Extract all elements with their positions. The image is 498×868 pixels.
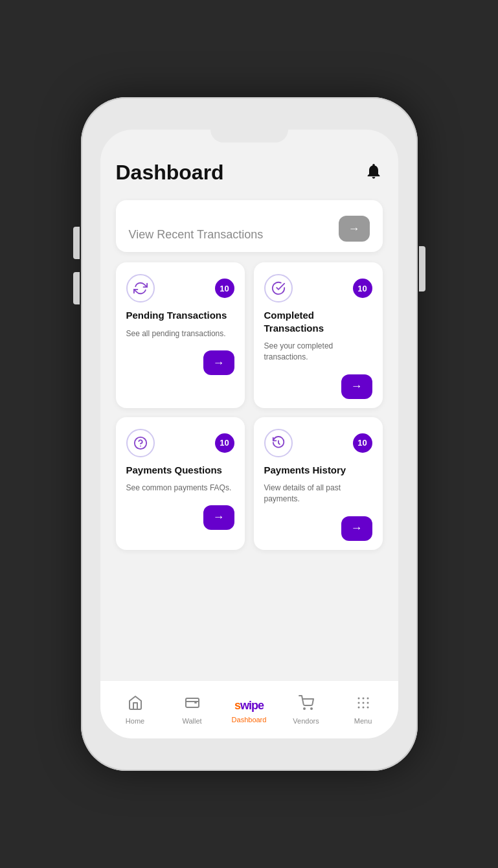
questions-badge: 10 xyxy=(215,433,234,453)
history-title: Payments History xyxy=(264,464,372,477)
pending-badge: 10 xyxy=(215,279,234,298)
notch xyxy=(210,130,288,143)
questions-desc: See common payments FAQs. xyxy=(126,483,234,494)
view-transactions-arrow-button[interactable]: → xyxy=(339,216,370,242)
arrow-icon: → xyxy=(351,521,363,535)
pending-arrow-button[interactable]: → xyxy=(203,350,234,375)
nav-item-home[interactable]: Home xyxy=(107,695,164,725)
check-circle-icon xyxy=(271,281,286,295)
svg-point-10 xyxy=(367,702,368,703)
nav-item-wallet[interactable]: Wallet xyxy=(164,695,221,725)
questions-title: Payments Questions xyxy=(126,464,234,477)
svg-point-3 xyxy=(304,708,305,709)
header: Dashboard xyxy=(116,155,383,190)
history-icon xyxy=(271,436,286,450)
volume-down-button xyxy=(73,272,80,304)
history-badge: 10 xyxy=(353,433,372,453)
completed-arrow-button[interactable]: → xyxy=(341,374,372,399)
svg-point-8 xyxy=(357,702,359,703)
view-transactions-text: View Recent Transactions xyxy=(129,228,264,242)
completed-transactions-card[interactable]: 10 Completed Transactions See your compl… xyxy=(254,262,383,408)
menu-label: Menu xyxy=(354,717,372,725)
pending-desc: See all pending transactions. xyxy=(126,328,234,339)
questions-arrow-button[interactable]: → xyxy=(203,505,234,530)
completed-icon-wrapper xyxy=(264,274,293,303)
wallet-icon xyxy=(185,695,200,714)
card-footer: → xyxy=(264,516,372,541)
svg-point-13 xyxy=(367,706,368,708)
history-icon-wrapper xyxy=(264,429,293,457)
completed-desc: See your completed transactions. xyxy=(264,341,372,363)
completed-badge: 10 xyxy=(353,279,372,298)
pending-transactions-card[interactable]: 10 Pending Transactions See all pending … xyxy=(116,262,245,408)
card-footer: → xyxy=(264,374,372,399)
phone-frame: Dashboard View Recent Transactions → xyxy=(81,97,418,771)
payments-questions-card[interactable]: 10 Payments Questions See common payment… xyxy=(116,417,245,550)
swipe-logo-icon: swipe xyxy=(234,696,264,713)
bottom-nav: Home Wallet swipe Dashboard xyxy=(100,680,398,738)
card-top: 10 xyxy=(126,429,234,457)
completed-title: Completed Transactions xyxy=(264,309,372,334)
svg-point-11 xyxy=(357,706,359,708)
card-top: 10 xyxy=(264,274,372,303)
card-top: 10 xyxy=(126,274,234,303)
view-transactions-card[interactable]: View Recent Transactions → xyxy=(116,200,383,252)
home-icon xyxy=(128,695,143,714)
history-arrow-button[interactable]: → xyxy=(341,516,372,541)
arrow-icon: → xyxy=(213,356,225,370)
volume-up-button xyxy=(73,227,80,259)
svg-point-4 xyxy=(311,708,312,709)
svg-point-9 xyxy=(362,702,364,703)
wallet-label: Wallet xyxy=(182,717,201,725)
nav-item-dashboard[interactable]: swipe Dashboard xyxy=(221,696,278,724)
svg-point-5 xyxy=(357,697,359,699)
arrow-icon: → xyxy=(351,380,363,393)
history-desc: View details of all past payments. xyxy=(264,483,372,505)
power-button xyxy=(419,246,425,291)
vendors-label: Vendors xyxy=(293,717,319,725)
screen-content: Dashboard View Recent Transactions → xyxy=(100,143,398,680)
card-top: 10 xyxy=(264,429,372,457)
svg-point-7 xyxy=(367,697,368,699)
dashboard-label: Dashboard xyxy=(232,716,267,724)
vendors-cart-icon xyxy=(299,695,314,714)
svg-point-12 xyxy=(362,706,364,708)
arrow-icon: → xyxy=(348,222,360,236)
notification-bell-icon[interactable] xyxy=(365,162,383,184)
pending-title: Pending Transactions xyxy=(126,309,234,322)
svg-point-6 xyxy=(362,697,364,699)
pending-icon-wrapper xyxy=(126,274,155,303)
card-footer: → xyxy=(126,505,234,530)
card-footer: → xyxy=(126,350,234,375)
refresh-icon xyxy=(133,281,148,295)
payments-history-card[interactable]: 10 Payments History View details of all … xyxy=(254,417,383,550)
cards-grid: 10 Pending Transactions See all pending … xyxy=(116,262,383,550)
page-title: Dashboard xyxy=(116,161,224,185)
nav-item-menu[interactable]: Menu xyxy=(335,695,392,725)
arrow-icon: → xyxy=(213,510,225,524)
home-label: Home xyxy=(126,717,144,725)
question-icon xyxy=(133,436,148,450)
nav-item-vendors[interactable]: Vendors xyxy=(278,695,335,725)
menu-grid-icon xyxy=(356,695,371,714)
question-icon-wrapper xyxy=(126,429,155,457)
phone-screen: Dashboard View Recent Transactions → xyxy=(100,130,398,738)
